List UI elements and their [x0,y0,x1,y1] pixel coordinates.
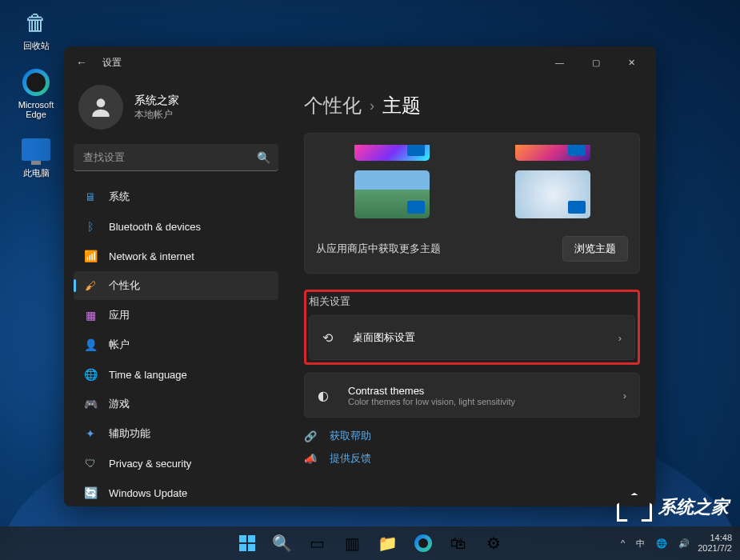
svg-point-0 [97,98,106,107]
contrast-icon: ◐ [318,388,337,403]
browse-themes-button[interactable]: 浏览主题 [562,236,628,262]
get-help-link[interactable]: 🔗 获取帮助 [304,429,640,443]
edge-taskbar-button[interactable] [408,528,438,558]
breadcrumb-separator: › [370,98,374,114]
account-block[interactable]: 系统之家 本地帐户 [74,78,278,144]
desktop-icon-this-pc[interactable]: 此电脑 [12,135,60,179]
sidebar-item--[interactable]: 🎮游戏 [74,390,278,418]
store-button[interactable]: 🛍 [443,528,474,558]
nav-label: Network & internet [109,250,194,262]
theme-thumbnail[interactable] [354,145,430,161]
breadcrumb-parent[interactable]: 个性化 [304,93,362,118]
nav-label: 应用 [109,308,130,322]
nav-label: 游戏 [109,397,130,411]
account-name: 系统之家 [134,94,179,108]
back-button[interactable]: ← [70,51,93,74]
sidebar-item-windows-update[interactable]: 🔄Windows Update [74,478,278,506]
nav-icon: 🌐 [83,368,98,381]
search-input[interactable] [74,144,278,171]
theme-thumbnail[interactable] [354,170,430,218]
theme-thumbnail[interactable] [515,145,590,161]
themes-card: 从应用商店中获取更多主题 浏览主题 [304,133,640,274]
taskbar-clock[interactable]: 14:48 2021/7/2 [698,533,732,554]
taskbar-center: 🔍 ▭ ▥ 📁 🛍 ⚙ [232,528,509,558]
nav-icon: 👤 [83,338,98,351]
sidebar: 系统之家 本地帐户 🔍 🖥系统ᛒBluetooth & devices📶Netw… [64,78,288,506]
help-links: 🔗 获取帮助 📣 提供反馈 [304,429,640,466]
nav-list: 🖥系统ᛒBluetooth & devices📶Network & intern… [74,182,278,506]
sidebar-item-bluetooth-devices[interactable]: ᛒBluetooth & devices [74,212,278,241]
pc-icon [22,135,50,164]
ime-icon[interactable]: 中 [633,534,648,553]
nav-label: Bluetooth & devices [109,221,201,233]
system-tray: ^ 中 🌐 🔊 14:48 2021/7/2 [618,533,740,554]
network-tray-icon[interactable]: 🌐 [653,535,670,552]
nav-icon: ᛒ [83,220,98,233]
setting-row-subtitle: Color themes for low vision, light sensi… [348,397,515,406]
nav-icon: 🔄 [83,486,98,499]
nav-icon: 🖌 [83,279,98,292]
sidebar-item--[interactable]: 🖌个性化 [74,271,278,300]
nav-label: 系统 [109,190,130,204]
recycle-bin-icon: 🗑 [22,8,50,37]
sidebar-item--[interactable]: ✦辅助功能 [74,419,278,448]
close-button[interactable]: ✕ [614,50,650,74]
contrast-themes-row[interactable]: ◐ Contrast themes Color themes for low v… [304,373,640,418]
nav-label: 辅助功能 [109,426,150,441]
task-view-button[interactable]: ▭ [302,528,333,558]
nav-icon: 🖥 [83,190,98,203]
widgets-button[interactable]: ▥ [338,528,368,558]
nav-icon: 🎮 [83,398,98,410]
settings-taskbar-button[interactable]: ⚙ [478,528,509,558]
desktop-icon-settings-row[interactable]: ⟲ 桌面图标设置 › [309,315,635,360]
edge-icon [22,68,50,97]
taskbar-search-button[interactable]: 🔍 [267,528,298,558]
nav-label: 帐户 [109,338,130,352]
chevron-right-icon: › [618,332,622,344]
breadcrumb: 个性化 › 主题 [304,93,640,118]
nav-icon: 🛡 [83,457,98,470]
search-icon: 🔍 [257,151,270,164]
nav-icon: 📶 [83,250,98,262]
settings-window: ← 设置 — ▢ ✕ 系统之家 本地帐户 🔍 🖥系统ᛒBluetooth [64,46,656,506]
maximize-button[interactable]: ▢ [578,50,614,74]
minimize-button[interactable]: — [542,50,578,74]
more-themes-label: 从应用商店中获取更多主题 [316,242,441,256]
sidebar-item--[interactable]: 🖥系统 [74,182,278,211]
desktop-icon-recycle-bin[interactable]: 🗑 回收站 [12,8,60,52]
sidebar-item--[interactable]: ▦应用 [74,301,278,330]
file-explorer-button[interactable]: 📁 [373,528,403,558]
help-icon: 🔗 [304,430,320,442]
highlight-annotation: 相关设置 ⟲ 桌面图标设置 › [304,290,640,365]
start-button[interactable] [232,528,262,558]
desktop-icon-edge[interactable]: Microsoft Edge [12,68,60,119]
taskbar: 🔍 ▭ ▥ 📁 🛍 ⚙ ^ 中 🌐 🔊 14:48 2021/7/2 [0,526,740,560]
search-box: 🔍 [74,144,278,171]
nav-label: Windows Update [109,487,187,499]
setting-row-title: Contrast themes [348,385,515,397]
desktop-icons: 🗑 回收站 Microsoft Edge 此电脑 [12,8,60,179]
give-feedback-link[interactable]: 📣 提供反馈 [304,451,640,466]
nav-icon: ✦ [83,427,98,440]
volume-tray-icon[interactable]: 🔊 [675,535,693,552]
sidebar-item-privacy-security[interactable]: 🛡Privacy & security [74,449,278,478]
breadcrumb-current: 主题 [382,93,421,118]
watermark: 系统之家 [617,493,729,522]
nav-icon: ▦ [83,309,98,322]
nav-label: 个性化 [109,278,140,293]
desktop-icons-icon: ⟲ [322,330,342,346]
content-area: 个性化 › 主题 从应用商店中获取更多主题 浏览主题 相关设置 [288,78,656,506]
chevron-right-icon: › [623,390,626,402]
sidebar-item--[interactable]: 👤帐户 [74,330,278,359]
nav-label: Privacy & security [109,458,191,470]
theme-thumbnail[interactable] [515,170,590,218]
setting-row-title: 桌面图标设置 [353,330,415,345]
related-settings-title: 相关设置 [309,294,635,309]
account-type: 本地帐户 [134,108,179,122]
tray-chevron-icon[interactable]: ^ [618,535,628,551]
window-title: 设置 [102,56,122,70]
nav-label: Time & language [109,369,187,381]
sidebar-item-time-language[interactable]: 🌐Time & language [74,360,278,389]
watermark-logo-icon [617,493,652,522]
sidebar-item-network-internet[interactable]: 📶Network & internet [74,242,278,270]
